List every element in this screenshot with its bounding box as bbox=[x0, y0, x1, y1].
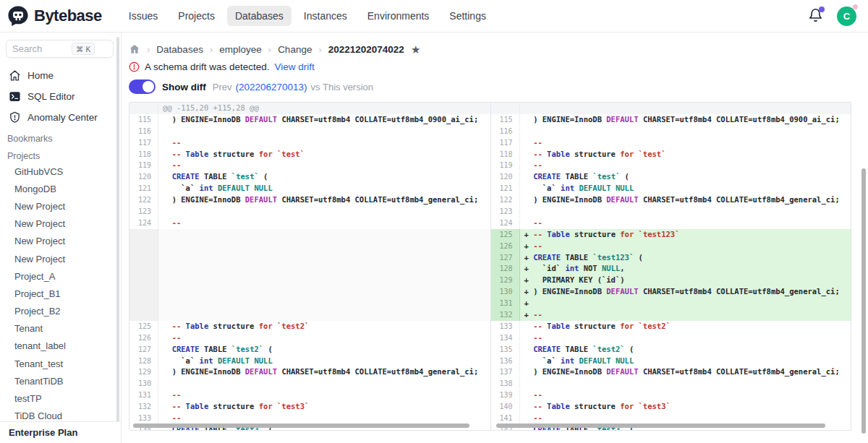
line-code: -- Table structure for `test2` bbox=[158, 321, 490, 332]
diff-line: 117 -- bbox=[129, 137, 490, 149]
nav-link-issues[interactable]: Issues bbox=[121, 6, 166, 26]
line-code bbox=[158, 286, 490, 298]
main-layout: ⌘ K Home SQL Editor bbox=[0, 33, 868, 443]
diff-line bbox=[129, 298, 490, 309]
line-number: 137 bbox=[491, 366, 520, 378]
breadcrumb-item[interactable]: Change bbox=[278, 44, 312, 55]
diff-line: 128 `a` int DEFAULT NULL bbox=[129, 356, 490, 367]
show-diff-toggle[interactable] bbox=[129, 79, 156, 94]
sidebar-project-item[interactable]: New Project bbox=[0, 233, 121, 250]
sidebar-project-item[interactable]: Project_B2 bbox=[0, 303, 121, 320]
line-number bbox=[129, 103, 158, 114]
line-code: -- bbox=[158, 218, 490, 229]
nav-link-instances[interactable]: Instances bbox=[296, 6, 355, 26]
diff-line: 121 `a` int DEFAULT NULL bbox=[129, 183, 490, 194]
diff-line: 122 ) ENGINE=InnoDB DEFAULT CHARSET=utf8… bbox=[491, 194, 851, 206]
line-code: CREATE TABLE `test2` ( bbox=[158, 344, 490, 356]
line-code: + CREATE TABLE `test123` ( bbox=[520, 252, 851, 264]
line-code: -- bbox=[158, 160, 490, 171]
nav-link-environments[interactable]: Environments bbox=[359, 6, 438, 26]
line-number: 126 bbox=[491, 241, 520, 252]
line-code: CREATE TABLE `test` ( bbox=[520, 171, 851, 183]
bytebase-logo[interactable]: Bytebase bbox=[7, 5, 102, 27]
sidebar: ⌘ K Home SQL Editor bbox=[0, 33, 122, 443]
line-code: -- bbox=[520, 218, 851, 229]
sidebar-project-item[interactable]: New Project bbox=[0, 215, 121, 233]
prev-version-link[interactable]: (202206270013) bbox=[235, 82, 307, 93]
notifications-button[interactable] bbox=[808, 8, 824, 24]
line-number: 134 bbox=[491, 332, 520, 344]
line-number: 124 bbox=[129, 218, 158, 229]
line-number: 138 bbox=[491, 378, 520, 390]
breadcrumb-item[interactable]: 20221202074022 bbox=[328, 44, 404, 55]
diff-line: 125+ -- Table structure for `test123` bbox=[491, 229, 851, 241]
line-number: 130 bbox=[491, 286, 520, 298]
diff-line: 126+ -- bbox=[491, 241, 851, 252]
diff-toolbar: Show diff Prev (202206270013) vs This ve… bbox=[129, 78, 851, 95]
sidebar-item-home[interactable]: Home bbox=[0, 65, 121, 86]
right-pane-horizontal-scrollbar[interactable] bbox=[496, 423, 825, 428]
page-vertical-scrollbar[interactable] bbox=[861, 168, 866, 434]
user-avatar[interactable]: C bbox=[837, 7, 856, 26]
sidebar-project-item[interactable]: Project_B1 bbox=[0, 285, 121, 302]
line-number: 130 bbox=[129, 378, 158, 390]
brand-name: Bytebase bbox=[34, 7, 102, 25]
nav-link-databases[interactable]: Databases bbox=[227, 6, 292, 26]
sidebar-project-item[interactable]: tenant_label bbox=[0, 337, 121, 355]
sidebar-item-sql-editor[interactable]: SQL Editor bbox=[0, 86, 121, 107]
line-code: `a` int DEFAULT NULL bbox=[520, 356, 851, 367]
line-number: 119 bbox=[491, 160, 520, 171]
line-code bbox=[520, 378, 851, 390]
line-code: + bbox=[520, 298, 851, 309]
diff-line: 127 CREATE TABLE `test2` ( bbox=[129, 344, 490, 356]
diff-line: 125 -- Table structure for `test2` bbox=[129, 321, 490, 332]
app-root: Bytebase IssuesProjectsDatabasesInstance… bbox=[0, 0, 868, 443]
line-code bbox=[158, 206, 490, 218]
sidebar-project-item[interactable]: New Project bbox=[0, 250, 121, 267]
diff-line: 132 -- Table structure for `test3` bbox=[129, 401, 490, 413]
line-number: 127 bbox=[129, 344, 158, 356]
line-code bbox=[158, 126, 490, 137]
diff-line: 139 -- bbox=[491, 390, 851, 401]
line-number: 117 bbox=[129, 137, 158, 149]
sidebar-project-item[interactable]: TenantTiDB bbox=[0, 372, 121, 390]
sidebar-project-item[interactable]: GitHubVCS bbox=[0, 163, 121, 180]
nav-link-projects[interactable]: Projects bbox=[170, 6, 223, 26]
line-number: 127 bbox=[491, 252, 520, 264]
sidebar-item-anomaly-center[interactable]: Anomaly Center bbox=[0, 107, 121, 128]
diff-hunk-header bbox=[491, 103, 851, 114]
diff-line bbox=[129, 241, 490, 252]
search-input[interactable] bbox=[12, 43, 72, 54]
line-number bbox=[129, 229, 158, 241]
sidebar-project-item[interactable]: MongoDB bbox=[0, 180, 121, 197]
line-code: -- bbox=[520, 332, 851, 344]
line-code: -- Table structure for `test3` bbox=[158, 401, 490, 413]
breadcrumb-item[interactable]: employee bbox=[219, 44, 262, 55]
sidebar-project-item[interactable]: Project_A bbox=[0, 267, 121, 285]
sql-editor-icon bbox=[9, 90, 21, 103]
diff-line: 127+ CREATE TABLE `test123` ( bbox=[491, 252, 851, 264]
line-code: + PRIMARY KEY (`id`) bbox=[520, 275, 851, 286]
star-icon[interactable]: ★ bbox=[411, 44, 420, 55]
search-box[interactable]: ⌘ K bbox=[6, 40, 114, 58]
breadcrumb-home-icon[interactable] bbox=[129, 43, 140, 55]
diff-line: 120 CREATE TABLE `test` ( bbox=[129, 171, 490, 183]
diff-line: 137 ) ENGINE=InnoDB DEFAULT CHARSET=utf8… bbox=[491, 366, 851, 378]
sidebar-project-item[interactable]: Tenant bbox=[0, 320, 121, 337]
line-code: -- bbox=[520, 413, 851, 424]
line-number: 124 bbox=[491, 218, 520, 229]
sidebar-project-item[interactable]: testTP bbox=[0, 390, 121, 407]
left-pane-horizontal-scrollbar[interactable] bbox=[133, 423, 469, 428]
nav-link-settings[interactable]: Settings bbox=[441, 6, 494, 26]
top-navbar: Bytebase IssuesProjectsDatabasesInstance… bbox=[0, 0, 868, 33]
line-number: 133 bbox=[491, 321, 520, 332]
sidebar-project-item[interactable]: Tenant_test bbox=[0, 355, 121, 372]
sidebar-project-item[interactable]: New Project bbox=[0, 197, 121, 215]
view-drift-link[interactable]: View drift bbox=[275, 61, 315, 72]
sidebar-scrollbar[interactable] bbox=[116, 37, 119, 433]
diff-line: 124 -- bbox=[491, 218, 851, 229]
diff-pane-current: 115 ) ENGINE=InnoDB DEFAULT CHARSET=utf8… bbox=[490, 103, 851, 430]
diff-line: 126 -- bbox=[129, 332, 490, 344]
breadcrumb-item[interactable]: Databases bbox=[156, 44, 203, 55]
line-code: -- Table structure for `test3` bbox=[520, 401, 851, 413]
